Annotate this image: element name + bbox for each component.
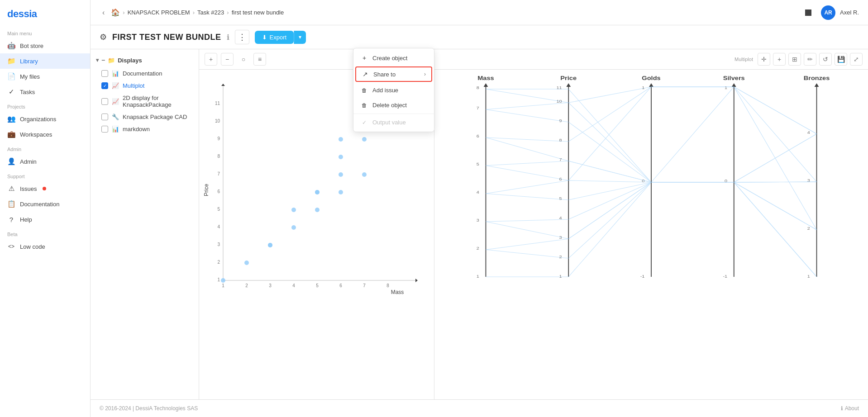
context-menu-output-value: ✓ Output value [353,115,434,130]
sidebar-label-workspaces: Workspaces [20,131,52,138]
gear-button[interactable]: ⚙ [100,32,107,42]
user-avatar[interactable]: AR [821,5,835,20]
expand-btn[interactable]: ⤢ [850,53,863,66]
plus-btn[interactable]: + [773,53,786,66]
multiplot-tree-label: Multiplot [123,82,144,89]
add-chart-btn[interactable]: + [205,53,217,66]
avatar-initials: AR [824,9,832,16]
svg-text:7: 7 [217,171,220,176]
multiplot-checkbox[interactable]: ✓ [101,82,108,89]
svg-text:1: 1 [807,274,811,279]
export-icon: ⬇ [262,34,267,41]
reset-btn[interactable]: ↺ [819,53,832,66]
context-menu-create-object-label: Create object [372,55,407,62]
export-button[interactable]: ⬇ Export [255,31,294,44]
svg-text:1: 1 [725,85,728,90]
svg-point-38 [339,137,343,142]
export-group: ⬇ Export ▾ [255,31,306,44]
topbar: ‹ 🏠 › KNAPSACK PROBLEM › Task #223 › fir… [91,0,868,25]
admin-icon: 👤 [7,157,15,166]
content-header: ⚙ FIRST TEST NEW BUNDLE ℹ ⋮ ⬇ Export ▾ +… [91,25,868,49]
documentation-checkbox[interactable] [101,70,108,77]
info-icon[interactable]: ℹ [227,33,229,42]
sidebar-item-low-code[interactable]: <> Low code [0,239,90,254]
2d-display-checkbox[interactable] [101,98,108,105]
sidebar-item-documentation[interactable]: 📋 Documentation [0,196,90,212]
sidebar-item-organizations[interactable]: 👥 Organizations [0,111,90,127]
svg-point-36 [339,172,343,177]
svg-text:5: 5 [217,207,220,212]
sliders-btn[interactable]: ≡ [253,53,266,66]
breadcrumb-home-icon[interactable]: 🏠 [111,8,120,17]
tree-item-2d-display[interactable]: 📈 2D display for KnapsackPackage [91,92,199,111]
context-menu-share-to[interactable]: ↗ Share to › [355,66,432,82]
context-menu-delete-object[interactable]: 🗑 Delete object [353,98,434,113]
sidebar-item-my-files[interactable]: 📄 My files [0,69,90,84]
export-label: Export [270,34,287,41]
svg-text:5: 5 [477,162,480,166]
tree-toggle-icon[interactable]: ▾ [96,57,99,63]
context-menu-output-value-label: Output value [372,119,406,126]
svg-text:7: 7 [477,106,480,110]
grid-btn[interactable]: ⊞ [788,53,801,66]
circle-select-btn[interactable]: ○ [237,53,250,66]
sidebar-item-admin[interactable]: 👤 Admin [0,154,90,169]
knapsack-cad-checkbox[interactable] [101,114,108,120]
markdown-checkbox[interactable] [101,126,108,133]
sidebar-item-issues[interactable]: ⚠ Issues [0,181,90,196]
remove-chart-btn[interactable]: − [221,53,234,66]
footer-about-link[interactable]: ℹ About [841,405,859,412]
context-menu-create-object[interactable]: + Create object [353,50,434,66]
my-files-icon: 📄 [7,72,15,81]
projects-label: Projects [0,100,90,111]
svg-text:9: 9 [217,136,220,141]
tree-header: ▾ − 📁 Displays [91,53,199,67]
sidebar-item-workspaces[interactable]: 💼 Workspaces [0,127,90,142]
sidebar-label-my-files: My files [20,73,40,80]
documentation-tree-label: Documentation [123,70,162,77]
svg-marker-50 [566,83,571,87]
sidebar-label-help: Help [20,216,32,223]
markdown-tree-label: markdown [123,126,150,133]
crosshair-btn[interactable]: ✛ [758,53,770,66]
page-title: FIRST TEST NEW BUNDLE [112,33,221,42]
sidebar-item-help[interactable]: ? Help [0,212,90,227]
svg-marker-25 [221,84,225,86]
tasks-icon: ✓ [7,88,15,96]
topbar-square-icon-btn[interactable] [800,5,816,21]
footer-copyright: © 2016-2024 | DessiA Technologies SAS [100,405,198,412]
svg-marker-53 [815,83,819,87]
svg-text:6: 6 [339,283,342,288]
charts-container: Price Mass 1 2 3 4 5 6 7 8 [199,70,868,399]
sidebar-label-admin: Admin [20,158,37,165]
svg-text:Golds: Golds [642,75,660,81]
sidebar-item-library[interactable]: 📁 Library [0,53,90,69]
svg-text:Mass: Mass [391,289,404,295]
support-label: Support [0,169,90,181]
svg-text:Price: Price [560,75,577,81]
more-menu-button[interactable]: ⋮ [235,30,249,44]
tree-item-multiplot[interactable]: ✓ 📈 Multiplot [91,80,199,92]
sidebar-item-bot-store[interactable]: 🤖 Bot store [0,38,90,53]
breadcrumb-task[interactable]: Task #223 [197,9,224,16]
svg-text:8: 8 [386,283,389,288]
tree-item-documentation[interactable]: 📊 Documentation [91,67,199,80]
tree-item-markdown[interactable]: 📊 markdown [91,123,199,135]
sidebar-item-tasks[interactable]: ✓ Tasks [0,84,90,100]
sidebar-label-bot-store: Bot store [20,43,43,49]
breadcrumb-knapsack[interactable]: KNAPSACK PROBLEM [128,9,190,16]
library-icon: 📁 [7,57,15,65]
sidebar-label-issues: Issues [20,185,37,192]
save-btn[interactable]: 💾 [835,53,847,66]
tree-item-knapsack-cad[interactable]: 🔧 Knapsack Package CAD [91,111,199,123]
breadcrumb-sep-1: › [123,9,124,16]
app-name: dessia [7,8,37,20]
export-dropdown-button[interactable]: ▾ [294,31,306,44]
breadcrumb-sep-3: › [227,9,229,16]
tree-minus-icon[interactable]: − [101,57,105,64]
issues-badge [43,187,46,190]
sidebar-label-library: Library [20,58,38,65]
nav-back-button[interactable]: ‹ [100,7,107,19]
edit-btn[interactable]: ✏ [804,53,816,66]
context-menu-add-issue[interactable]: 🗑 Add issue [353,83,434,98]
